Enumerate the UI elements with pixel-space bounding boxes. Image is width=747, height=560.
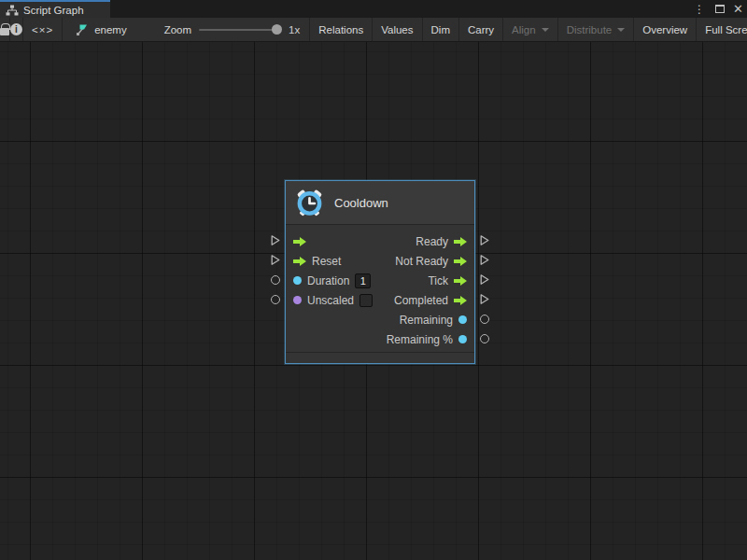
graph-hierarchy-icon xyxy=(6,5,19,16)
flow-stub-icon[interactable] xyxy=(480,255,489,265)
zoom-label: Zoom xyxy=(164,24,191,35)
graph-toolbar: <×> enemy Zoom 1x Relations Values Dim C… xyxy=(0,18,747,42)
value-port-icon xyxy=(458,315,467,324)
port-row: Reset Not Ready xyxy=(286,251,474,271)
inspect-code-button[interactable]: <×> xyxy=(23,18,63,41)
fullscreen-button[interactable]: Full Screen xyxy=(696,18,747,41)
port-remaining[interactable]: Remaining xyxy=(400,314,474,327)
relations-button[interactable]: Relations xyxy=(309,18,372,41)
lock-button[interactable] xyxy=(0,18,10,41)
port-row: Ready xyxy=(286,231,474,251)
tab-script-graph[interactable]: Script Graph xyxy=(0,0,110,18)
carry-button[interactable]: Carry xyxy=(458,18,502,41)
flow-stub-icon[interactable] xyxy=(480,274,489,285)
flow-arrow-icon xyxy=(454,276,467,286)
port-unscaled[interactable]: Unscaled xyxy=(286,294,373,307)
port-ready[interactable]: Ready xyxy=(416,235,474,248)
zoom-control: Zoom 1x xyxy=(136,18,310,41)
value-stub-icon[interactable] xyxy=(480,315,489,324)
graph-asset-icon xyxy=(76,23,89,36)
zoom-value: 1x xyxy=(289,24,300,35)
duration-input[interactable]: 1 xyxy=(355,273,371,288)
overview-button[interactable]: Overview xyxy=(633,18,696,41)
graph-canvas[interactable]: Cooldown Ready Reset xyxy=(0,42,747,560)
port-remaining-pct[interactable]: Remaining % xyxy=(387,333,474,346)
distribute-button[interactable]: Distribute xyxy=(557,18,634,41)
port-reset[interactable]: Reset xyxy=(286,255,341,268)
port-row: Unscaled Completed xyxy=(286,290,474,310)
bool-port-icon xyxy=(293,296,302,304)
tab-bar: Script Graph ⋮ ✕ xyxy=(0,0,747,18)
port-completed[interactable]: Completed xyxy=(394,294,474,307)
value-stub-icon[interactable] xyxy=(480,334,489,343)
value-stub-icon[interactable] xyxy=(271,295,280,304)
flow-arrow-icon xyxy=(454,296,467,305)
flow-arrow-icon xyxy=(454,257,467,266)
script-graph-window: Script Graph ⋮ ✕ <×> enemy Zoom 1x Relat… xyxy=(0,0,747,560)
alarm-clock-icon xyxy=(295,189,324,217)
unscaled-checkbox[interactable] xyxy=(359,294,373,307)
tab-title: Script Graph xyxy=(23,5,84,16)
values-button[interactable]: Values xyxy=(372,18,421,41)
graph-reference[interactable]: enemy xyxy=(63,18,136,41)
port-row: Duration 1 Tick xyxy=(286,271,474,290)
node-footer xyxy=(286,353,474,363)
node-header[interactable]: Cooldown xyxy=(286,181,474,224)
flow-arrow-icon xyxy=(454,237,467,246)
cooldown-node[interactable]: Cooldown Ready Reset xyxy=(285,180,475,364)
port-not-ready[interactable]: Not Ready xyxy=(395,255,474,268)
port-flow-in[interactable] xyxy=(286,237,306,246)
flow-stub-icon[interactable] xyxy=(480,294,489,304)
flow-stub-icon[interactable] xyxy=(271,235,280,245)
port-tick[interactable]: Tick xyxy=(428,274,474,287)
flow-stub-icon[interactable] xyxy=(480,235,489,245)
port-row: Remaining % xyxy=(286,329,474,349)
close-icon[interactable]: ✕ xyxy=(733,3,743,15)
value-port-icon xyxy=(293,276,302,285)
graph-name-label: enemy xyxy=(94,24,127,35)
info-icon xyxy=(10,23,22,35)
zoom-slider[interactable] xyxy=(199,29,281,31)
dim-button[interactable]: Dim xyxy=(422,18,458,41)
flow-arrow-icon xyxy=(293,257,306,266)
port-duration[interactable]: Duration 1 xyxy=(286,273,371,288)
chevron-down-icon xyxy=(617,28,625,32)
value-port-icon xyxy=(458,335,467,343)
chevron-down-icon xyxy=(542,28,549,32)
node-title: Cooldown xyxy=(334,196,388,210)
flow-arrow-icon xyxy=(293,237,306,246)
maximize-icon[interactable] xyxy=(715,5,725,13)
lock-icon xyxy=(0,28,9,35)
window-menu-icon[interactable]: ⋮ xyxy=(692,4,707,15)
port-row: Remaining xyxy=(286,310,474,329)
zoom-slider-handle[interactable] xyxy=(272,24,282,35)
flow-stub-icon[interactable] xyxy=(271,255,280,265)
value-stub-icon[interactable] xyxy=(271,275,280,285)
align-button[interactable]: Align xyxy=(502,18,557,41)
info-button[interactable] xyxy=(10,18,23,41)
